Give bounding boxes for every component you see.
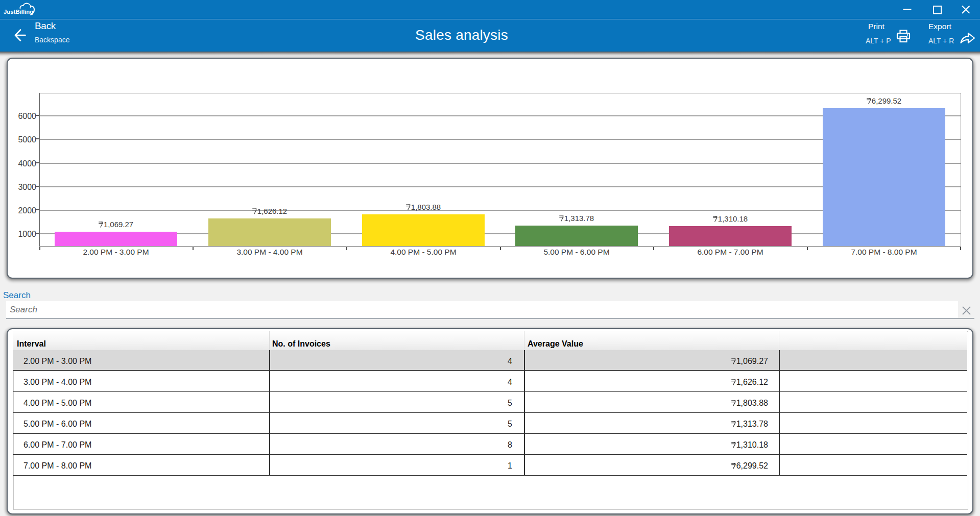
svg-text:JustBilling: JustBilling (4, 9, 33, 15)
